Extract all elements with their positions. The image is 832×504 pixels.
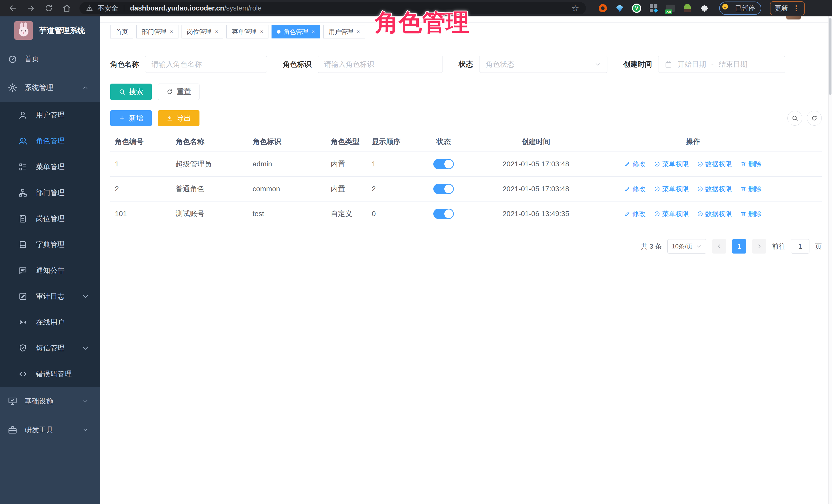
action-label: 删除 — [748, 160, 762, 169]
tab-label: 菜单管理 — [232, 28, 256, 36]
circlecheck-icon — [654, 186, 660, 192]
tab-close-icon[interactable]: × — [312, 29, 315, 35]
extension-icon-orange[interactable] — [598, 4, 607, 13]
tab-item-部门管理[interactable]: 部门管理× — [136, 25, 178, 38]
goto-page-input[interactable] — [791, 239, 809, 254]
tab-item-角色管理[interactable]: 角色管理× — [271, 25, 320, 38]
menu-permission-action[interactable]: 菜单权限 — [654, 209, 689, 218]
table-row: 101测试账号test自定义02021-01-06 13:49:35修改菜单权限… — [110, 202, 822, 227]
search-button[interactable]: 搜索 — [110, 84, 152, 100]
role-name-input[interactable] — [145, 56, 267, 73]
sidebar-item-system[interactable]: 系统管理 — [0, 73, 100, 102]
browser-back-icon[interactable] — [6, 2, 20, 15]
sidebar-item-menu[interactable]: 菜单管理 — [0, 154, 100, 180]
status-toggle[interactable] — [433, 159, 454, 169]
tab-label: 部门管理 — [142, 28, 166, 36]
table-tools — [787, 111, 822, 126]
sidebar-item-label: 菜单管理 — [36, 162, 64, 172]
role-sort-cell: 1 — [372, 160, 418, 168]
sidebar-item-online-user[interactable]: 在线用户 — [0, 309, 100, 335]
app-logo[interactable]: 芋道管理系统 — [0, 17, 100, 45]
sidebar-item-infra[interactable]: 基础设施 — [0, 387, 100, 416]
export-button[interactable]: 导出 — [158, 110, 200, 126]
refresh-button[interactable] — [807, 111, 822, 126]
prev-page-button[interactable] — [712, 239, 726, 254]
app-title: 芋道管理系统 — [39, 25, 85, 36]
delete-action[interactable]: 删除 — [740, 185, 762, 193]
menu-permission-action[interactable]: 菜单权限 — [654, 185, 689, 193]
sidebar-item-dev-tools[interactable]: 研发工具 — [0, 416, 100, 444]
page-size-select[interactable]: 10条/页 — [668, 239, 706, 254]
extension-icon-gem[interactable] — [615, 4, 624, 13]
sidebar-item-label: 审计日志 — [36, 291, 64, 301]
sidebar-menu: 首页系统管理用户管理角色管理菜单管理部门管理岗位管理字典管理通知公告审计日志在线… — [0, 45, 100, 444]
role-key-input[interactable] — [318, 56, 443, 73]
sidebar-item-error-code[interactable]: 错误码管理 — [0, 361, 100, 387]
extension-icon-vue[interactable]: V — [632, 4, 641, 13]
tab-close-icon[interactable]: × — [260, 29, 263, 35]
bookmark-star-icon[interactable]: ☆ — [572, 3, 579, 13]
tab-item-岗位管理[interactable]: 岗位管理× — [182, 25, 224, 38]
page-size-value: 10条/页 — [672, 242, 693, 250]
data-permission-action[interactable]: 数据权限 — [697, 209, 732, 218]
menu-permission-action[interactable]: 菜单权限 — [654, 160, 689, 169]
sidebar-item-audit-log[interactable]: 审计日志 — [0, 283, 100, 309]
kebab-menu-icon[interactable]: ⋮ — [792, 4, 800, 13]
role-name-cell: 普通角色 — [176, 184, 253, 194]
current-page-button[interactable]: 1 — [732, 239, 746, 254]
browser-home-icon[interactable] — [59, 2, 74, 15]
next-page-button[interactable] — [752, 239, 766, 254]
tab-item-首页[interactable]: 首页 — [110, 25, 133, 38]
edit-action[interactable]: 修改 — [624, 209, 646, 218]
role-key-cell: test — [253, 210, 331, 218]
tab-item-菜单管理[interactable]: 菜单管理× — [226, 25, 268, 38]
reset-button[interactable]: 重置 — [158, 84, 200, 100]
sidebar-item-label: 研发工具 — [25, 425, 53, 435]
log-icon — [17, 292, 29, 301]
delete-action[interactable]: 删除 — [740, 209, 762, 218]
tab-close-icon[interactable]: × — [215, 29, 218, 35]
date-range-picker[interactable]: 开始日期 - 结束日期 — [658, 56, 785, 73]
sidebar-item-home[interactable]: 首页 — [0, 45, 100, 73]
browser-forward-icon[interactable] — [24, 2, 38, 15]
sidebar-item-label: 用户管理 — [36, 110, 64, 120]
sidebar-item-sms[interactable]: 短信管理 — [0, 335, 100, 361]
delete-action[interactable]: 删除 — [740, 160, 762, 169]
sidebar-item-notice[interactable]: 通知公告 — [0, 257, 100, 283]
sidebar-item-user[interactable]: 用户管理 — [0, 102, 100, 128]
extensions-puzzle-icon[interactable] — [700, 4, 709, 13]
status-toggle[interactable] — [433, 184, 454, 194]
edit-action[interactable]: 修改 — [624, 160, 646, 169]
add-button[interactable]: 新增 — [110, 110, 152, 126]
extension-icon-grid[interactable] — [649, 4, 658, 13]
circlecheck-icon — [697, 211, 703, 217]
edit-action[interactable]: 修改 — [624, 185, 646, 193]
address-bar[interactable]: 不安全 dashboard.yudao.iocoder.cn/system/ro… — [79, 2, 586, 15]
roles-table: 角色编号角色名称角色标识角色类型显示顺序状态创建时间操作 1超级管理员admin… — [110, 132, 822, 227]
profile-emoji-icon — [722, 3, 731, 13]
data-permission-action[interactable]: 数据权限 — [697, 185, 732, 193]
status-toggle[interactable] — [433, 209, 454, 219]
tab-item-用户管理[interactable]: 用户管理× — [323, 25, 365, 38]
sidebar-item-role[interactable]: 角色管理 — [0, 128, 100, 154]
created-time-cell: 2021-01-06 13:49:35 — [469, 210, 602, 218]
browser-reload-icon[interactable] — [42, 2, 56, 15]
data-permission-action[interactable]: 数据权限 — [697, 160, 732, 169]
tab-close-icon[interactable]: × — [170, 29, 173, 35]
sidebar-item-dept[interactable]: 部门管理 — [0, 180, 100, 206]
tab-close-icon[interactable]: × — [357, 29, 360, 35]
org-icon — [17, 188, 29, 197]
extension-icon-switch-on[interactable] — [666, 4, 675, 13]
badge-icon — [17, 214, 29, 223]
chevron-down-icon — [79, 427, 91, 433]
toggle-search-button[interactable] — [787, 111, 802, 126]
browser-update-button[interactable]: 更新 ⋮ — [770, 1, 805, 16]
status-select[interactable]: 角色状态 — [479, 56, 607, 73]
browser-profile-chip[interactable]: 已暂停 — [719, 2, 761, 15]
row-actions: 修改菜单权限数据权限删除 — [602, 185, 783, 193]
extension-icon-tree[interactable] — [683, 4, 692, 13]
window-scrollbar[interactable] — [828, 17, 832, 504]
sidebar-item-dict[interactable]: 字典管理 — [0, 232, 100, 257]
scrollbar-thumb[interactable] — [829, 18, 831, 95]
sidebar-item-post[interactable]: 岗位管理 — [0, 206, 100, 232]
